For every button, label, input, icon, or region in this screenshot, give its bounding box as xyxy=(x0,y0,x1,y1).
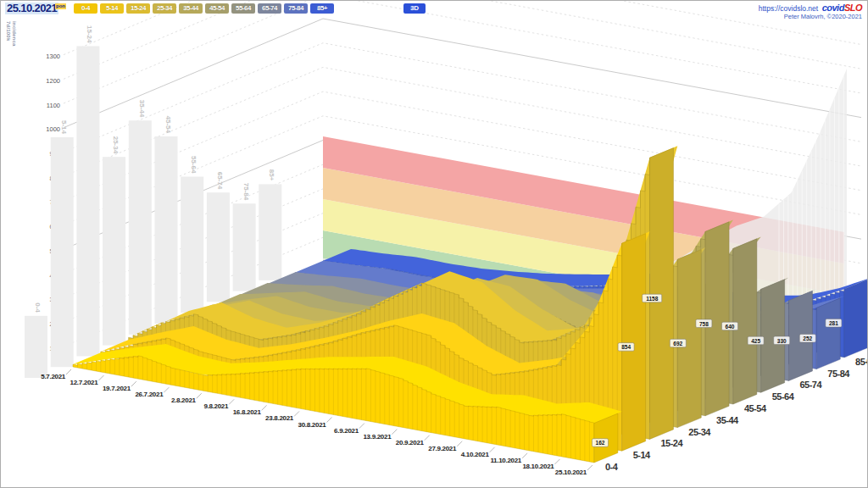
historical-bar-15-24 xyxy=(76,46,99,356)
age-axis-35-44: 35-44 xyxy=(716,415,739,425)
historical-bar-65-74 xyxy=(207,192,230,302)
value-label-55-64: 425 xyxy=(751,338,760,344)
historical-bar-85+ xyxy=(259,184,281,280)
age-axis-75-84: 75-84 xyxy=(827,369,850,379)
x-date-16.8.2021: 16.8.2021 xyxy=(233,408,262,416)
x-date-11.10.2021: 11.10.2021 xyxy=(490,457,521,464)
age-axis-55-64: 55-64 xyxy=(772,391,795,402)
value-label-45-54: 640 xyxy=(726,324,735,330)
age-axis-0-4: 0-4 xyxy=(605,462,619,472)
value-label-0-4: 162 xyxy=(596,440,605,446)
x-date-25.10.2021: 25.10.2021 xyxy=(555,469,587,476)
x-date-27.9.2021: 27.9.2021 xyxy=(428,445,457,452)
x-date-19.7.2021: 19.7.2021 xyxy=(103,385,131,392)
historical-label-0-4: 0-4 xyxy=(34,302,42,313)
x-date-9.8.2021: 9.8.2021 xyxy=(203,402,229,410)
y-axis-caption-1: 7d/100k xyxy=(6,21,11,41)
x-date-4.10.2021: 4.10.2021 xyxy=(461,451,490,458)
historical-bar-0-4 xyxy=(25,316,47,378)
historical-label-55-64: 55-64 xyxy=(190,156,198,174)
x-date-2.8.2021: 2.8.2021 xyxy=(171,396,197,404)
age-axis-15-24: 15-24 xyxy=(660,438,683,448)
value-label-65-74: 330 xyxy=(777,338,787,344)
y-tick-1100: 1100 xyxy=(47,102,60,109)
age-axis-85+: 85+ xyxy=(855,357,868,367)
historical-label-15-24: 15-24 xyxy=(86,25,93,43)
x-date-6.9.2021: 6.9.2021 xyxy=(334,427,359,435)
y-tick-1000: 1000 xyxy=(46,125,60,133)
age-button-35-44[interactable]: 35-44 xyxy=(179,3,203,14)
3d-incidence-chart: 1002003004005006007008009001000110012001… xyxy=(1,1,868,488)
y-tick-1300: 1300 xyxy=(46,53,60,60)
app-window: 1002003004005006007008009001000110012001… xyxy=(0,0,868,488)
value-label-25-34: 692 xyxy=(673,341,682,347)
row-end-face xyxy=(733,239,757,404)
covidslo-logo: covidSLO xyxy=(822,3,862,13)
x-date-12.7.2021: 12.7.2021 xyxy=(70,379,99,386)
x-date-30.8.2021: 30.8.2021 xyxy=(298,421,327,429)
age-button-25-34[interactable]: 25-34 xyxy=(153,3,176,14)
historical-label-25-34: 25-34 xyxy=(112,136,120,154)
weekday-abbrev: pon xyxy=(55,3,66,9)
row-end-face xyxy=(705,222,729,416)
x-date-26.7.2021: 26.7.2021 xyxy=(135,391,164,398)
age-button-15-24[interactable]: 15-24 xyxy=(126,3,150,14)
row-end-face xyxy=(816,298,840,369)
age-group-legend: 0-45-1415-2425-3435-4445-5455-6465-7475-… xyxy=(74,3,334,14)
mode-3d-button[interactable]: 3D xyxy=(403,3,426,14)
row-end-face xyxy=(622,234,646,452)
age-axis-65-74: 65-74 xyxy=(799,380,822,390)
value-label-85+: 281 xyxy=(829,320,838,326)
row-end-face xyxy=(761,280,785,393)
row-end-face xyxy=(844,280,868,358)
x-date-18.10.2021: 18.10.2021 xyxy=(522,463,554,470)
age-button-85+[interactable]: 85+ xyxy=(310,3,334,14)
value-label-5-14: 854 xyxy=(621,344,631,350)
historical-bar-75-84 xyxy=(233,203,256,291)
historical-label-85+: 85+ xyxy=(268,169,275,181)
age-button-5-14[interactable]: 5-14 xyxy=(100,3,124,14)
historical-label-45-54: 45-54 xyxy=(164,116,172,134)
historical-bar-35-44 xyxy=(129,120,152,335)
x-date-20.9.2021: 20.9.2021 xyxy=(396,439,425,446)
x-date-23.8.2021: 23.8.2021 xyxy=(265,414,294,422)
value-label-35-44: 758 xyxy=(699,321,709,327)
age-axis-25-34: 25-34 xyxy=(688,427,711,437)
header: 25.10.2021 pon 0-45-1415-2425-3435-4445-… xyxy=(1,1,867,18)
historical-label-35-44: 35-44 xyxy=(138,100,146,118)
row-end-face xyxy=(649,148,673,440)
branding: https://covidslo.net covidSLO Peter Malo… xyxy=(759,3,862,21)
age-axis-5-14: 5-14 xyxy=(633,450,651,460)
age-button-55-64[interactable]: 55-64 xyxy=(231,3,255,14)
y-tick-1200: 1200 xyxy=(46,77,60,85)
age-button-65-74[interactable]: 65-74 xyxy=(258,3,281,14)
row-end-face xyxy=(677,250,701,428)
historical-label-65-74: 65-74 xyxy=(216,172,224,190)
age-button-45-54[interactable]: 45-54 xyxy=(205,3,229,14)
age-axis-45-54: 45-54 xyxy=(744,403,767,413)
historical-label-75-84: 75-84 xyxy=(242,183,250,201)
value-label-15-24: 1158 xyxy=(646,296,658,302)
historical-bar-25-34 xyxy=(103,157,125,345)
author-credit: Peter Malovrh, ©2020-2021 xyxy=(759,13,862,21)
value-label-75-84: 252 xyxy=(803,336,812,341)
historical-bar-45-54 xyxy=(155,136,178,324)
x-date-5.7.2021: 5.7.2021 xyxy=(41,373,66,380)
site-url-link[interactable]: https://covidslo.net xyxy=(759,4,818,13)
age-button-0-4[interactable]: 0-4 xyxy=(74,3,97,14)
historical-label-5-14: 5-14 xyxy=(60,120,68,135)
historical-bar-5-14 xyxy=(51,137,74,367)
historical-bar-55-64 xyxy=(181,176,203,313)
age-button-75-84[interactable]: 75-84 xyxy=(284,3,308,14)
x-date-13.9.2021: 13.9.2021 xyxy=(363,433,392,441)
y-axis-caption-2: incidenca xyxy=(12,21,17,46)
current-date[interactable]: 25.10.2021 xyxy=(5,3,58,14)
